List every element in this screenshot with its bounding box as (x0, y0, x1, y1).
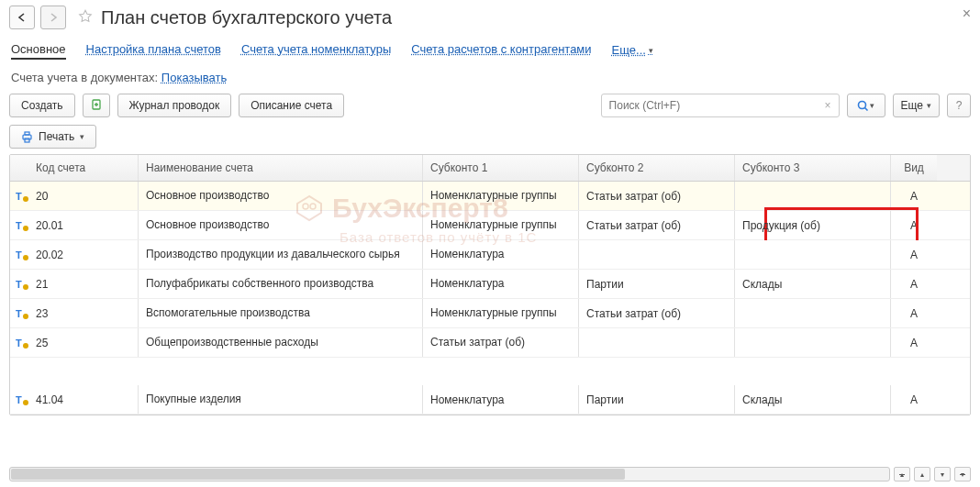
journal-button-label: Журнал проводок (129, 99, 220, 112)
nav-forward-button[interactable] (40, 6, 66, 29)
journal-button[interactable]: Журнал проводок (117, 94, 232, 117)
search-field-wrapper: × (601, 94, 840, 117)
account-icon: T (16, 220, 28, 231)
tab-bar: Основное Настройка плана счетов Счета уч… (9, 40, 971, 60)
tab-more[interactable]: Еще...▾ (612, 40, 653, 60)
copy-icon (90, 99, 103, 112)
table-row[interactable]: T23Вспомогательные производстваНоменклат… (10, 299, 970, 328)
bottom-scroll-row: ▴ ▴ ▾ ▾ (9, 467, 971, 481)
copy-button[interactable] (83, 94, 110, 117)
account-icon: T (16, 308, 28, 319)
account-icon: T (16, 191, 28, 202)
chevron-down-icon: ▾ (80, 132, 84, 141)
cell-s1: Номенклатура (423, 385, 579, 414)
cell-s1: Номенклатурные группы (423, 211, 579, 239)
col-code[interactable]: Код счета (28, 155, 139, 181)
search-clear-icon[interactable]: × (821, 99, 835, 112)
col-vid[interactable]: Вид (891, 155, 937, 181)
printer-icon (21, 131, 33, 143)
cell-s2: Статьи затрат (об) (579, 182, 735, 210)
cell-s1: Номенклатура (423, 270, 579, 298)
cell-vid: А (891, 270, 937, 298)
col-subkonto3[interactable]: Субконто 3 (735, 155, 891, 181)
more-button-label: Еще (901, 99, 923, 112)
scrollbar-thumb[interactable] (11, 469, 625, 480)
search-icon (857, 100, 869, 112)
describe-account-button[interactable]: Описание счета (239, 94, 344, 117)
cell-s2 (579, 328, 735, 357)
scroll-up-button[interactable]: ▴ (914, 467, 930, 481)
table-row[interactable]: T 41.04 Покупные изделия Номенклатура Па… (10, 385, 970, 415)
table-row[interactable]: T20Основное производствоНоменклатурные г… (10, 182, 970, 211)
create-button[interactable]: Создать (9, 94, 75, 117)
nav-back-button[interactable] (9, 6, 35, 29)
scroll-down-button[interactable]: ▾ (934, 467, 951, 481)
tab-main[interactable]: Основное (11, 40, 66, 60)
cell-code: 41.04 (28, 385, 139, 414)
accounts-table: Код счета Наименование счета Субконто 1 … (9, 154, 971, 415)
describe-button-label: Описание счета (251, 99, 332, 112)
cell-code: 21 (28, 270, 139, 298)
table-header: Код счета Наименование счета Субконто 1 … (10, 155, 970, 182)
cell-s3 (735, 328, 891, 357)
chevron-down-icon: ▾ (649, 46, 653, 55)
account-icon: T (16, 394, 28, 405)
cell-s3 (735, 182, 891, 210)
table-row[interactable]: T25Общепроизводственные расходыСтатьи за… (10, 328, 970, 358)
scroll-top-button[interactable]: ▴ (894, 467, 910, 481)
help-icon: ? (956, 99, 963, 112)
print-button[interactable]: Печать ▾ (9, 125, 96, 149)
tab-nomenclature-accounts[interactable]: Счета учета номенклатуры (241, 40, 391, 60)
toolbar-more-button[interactable]: Еще▾ (893, 94, 940, 117)
cell-name: Вспомогательные производства (139, 299, 423, 327)
svg-rect-3 (25, 132, 29, 135)
col-subkonto1[interactable]: Субконто 1 (423, 155, 579, 181)
subline-label: Счета учета в документах: (11, 71, 158, 84)
account-icon: T (16, 338, 28, 349)
favorite-star-icon[interactable] (77, 8, 94, 28)
tab-counterparty-accounts[interactable]: Счета расчетов с контрагентами (411, 40, 591, 60)
col-subkonto2[interactable]: Субконто 2 (579, 155, 735, 181)
cell-code: 20 (28, 182, 139, 210)
search-input[interactable] (609, 99, 818, 112)
account-icon: T (16, 249, 28, 260)
tab-more-label: Еще... (612, 43, 646, 57)
cell-code: 20.02 (28, 240, 139, 269)
help-button[interactable]: ? (947, 94, 971, 117)
cell-name: Основное производство (139, 182, 423, 210)
table-row[interactable]: T20.01Основное производствоНоменклатурны… (10, 211, 970, 240)
print-button-label: Печать (39, 130, 74, 143)
cell-vid: А (891, 211, 937, 239)
cell-s1: Статьи затрат (об) (423, 328, 579, 357)
cell-s2: Статьи затрат (об) (579, 299, 735, 327)
close-icon[interactable]: × (963, 6, 971, 22)
arrow-right-icon (48, 12, 59, 23)
col-name[interactable]: Наименование счета (139, 155, 423, 181)
create-button-label: Создать (21, 99, 63, 112)
cell-vid: А (891, 182, 937, 210)
chevron-down-icon: ▾ (870, 101, 874, 110)
tab-config-plan[interactable]: Настройка плана счетов (86, 40, 221, 60)
subline-link-toggle[interactable]: Показывать (161, 71, 227, 84)
cell-s3: Склады (735, 270, 891, 298)
cell-s2: Партии (579, 385, 735, 414)
cell-name: Основное производство (139, 211, 423, 239)
cell-vid: А (891, 328, 937, 357)
cell-name: Покупные изделия (139, 385, 423, 414)
cell-name: Полуфабрикаты собственного производства (139, 270, 423, 298)
cell-s3 (735, 299, 891, 327)
cell-s2 (579, 240, 735, 269)
table-row[interactable]: T21Полуфабрикаты собственного производст… (10, 270, 970, 299)
table-row[interactable]: T20.02Производство продукции из давальче… (10, 240, 970, 270)
cell-name: Производство продукции из давальческого … (139, 240, 423, 269)
arrow-left-icon (17, 12, 28, 23)
cell-code: 20.01 (28, 211, 139, 239)
scroll-bottom-button[interactable]: ▾ (954, 467, 971, 481)
cell-name: Общепроизводственные расходы (139, 328, 423, 357)
horizontal-scrollbar[interactable] (9, 467, 890, 481)
page-title: План счетов бухгалтерского учета (101, 7, 392, 28)
svg-point-1 (859, 101, 866, 108)
find-button[interactable]: ▾ (847, 94, 885, 117)
chevron-down-icon: ▾ (927, 101, 931, 110)
account-icon: T (16, 279, 28, 290)
